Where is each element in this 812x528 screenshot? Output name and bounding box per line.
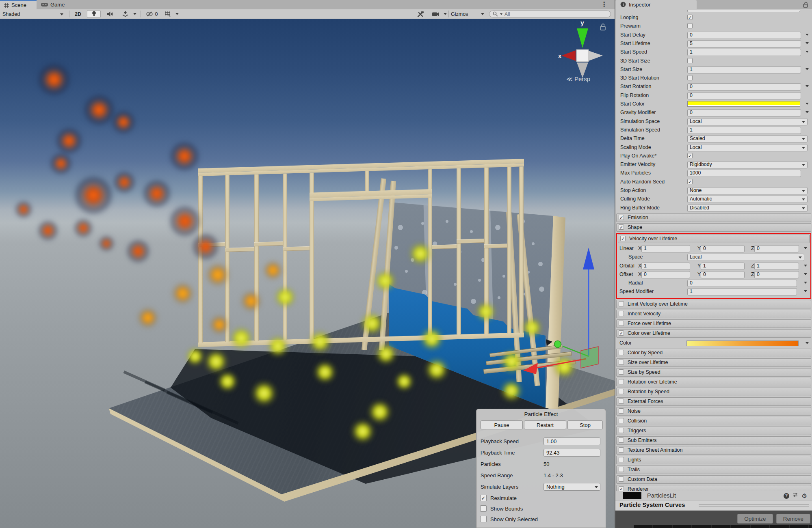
- module-header-noise[interactable]: Noise: [616, 407, 811, 416]
- dropdown-caret-icon[interactable]: [806, 68, 809, 70]
- dropdown-caret-icon[interactable]: [804, 290, 807, 292]
- checkbox[interactable]: [480, 516, 487, 522]
- gizmos-caret[interactable]: [479, 10, 486, 18]
- dropdown-select[interactable]: Local: [687, 118, 808, 125]
- toggle-2d-button[interactable]: 2D: [71, 10, 84, 18]
- scene-viewport[interactable]: y x ≪ Persp Particle Effect PauseRestar: [0, 19, 615, 528]
- checkbox[interactable]: [619, 399, 624, 404]
- checkbox[interactable]: [619, 408, 624, 414]
- checkbox[interactable]: [687, 23, 693, 28]
- module-header-rotation-by-speed[interactable]: Rotation by Speed: [616, 388, 811, 396]
- tools-button[interactable]: [414, 10, 427, 18]
- checkbox[interactable]: ✓: [619, 330, 624, 336]
- dropdown-caret-icon[interactable]: [806, 51, 809, 53]
- module-header-color-by-speed[interactable]: Color by Speed: [616, 349, 811, 357]
- checkbox[interactable]: ✓: [687, 15, 693, 20]
- dropdown-caret-icon[interactable]: [806, 42, 809, 44]
- value-field[interactable]: 0: [754, 271, 799, 278]
- value-field[interactable]: 1: [687, 66, 801, 73]
- view-lock-icon[interactable]: [600, 23, 606, 30]
- module-header-limit-velocity-over-lifetime[interactable]: Limit Velocity over Lifetime: [616, 300, 811, 308]
- lighting-toggle-button[interactable]: [87, 10, 101, 18]
- value-field[interactable]: 0: [701, 245, 745, 252]
- dropdown-caret-icon[interactable]: [806, 34, 809, 36]
- dropdown-caret-icon[interactable]: [806, 111, 809, 113]
- checkbox[interactable]: [619, 428, 624, 433]
- module-header-inherit-velocity[interactable]: Inherit Velocity: [616, 310, 811, 318]
- gizmos-dropdown[interactable]: Gizmos: [451, 10, 480, 18]
- module-header-texture-sheet-animation[interactable]: Texture Sheet Animation: [616, 446, 811, 455]
- module-header-velocity-over-lifetime[interactable]: ✓Velocity over Lifetime: [618, 235, 810, 243]
- color-swatch[interactable]: [687, 101, 800, 107]
- value-field[interactable]: 0: [754, 245, 799, 252]
- checkbox[interactable]: [619, 301, 624, 306]
- effects-toggle-button[interactable]: [119, 10, 131, 18]
- module-header-shape[interactable]: ✓Shape: [616, 223, 811, 232]
- checkbox[interactable]: ✓: [620, 236, 626, 241]
- effects-dropdown[interactable]: [132, 10, 138, 18]
- checkbox[interactable]: [619, 467, 624, 472]
- perspective-label[interactable]: ≪ Persp: [566, 75, 590, 83]
- tab-inspector[interactable]: Inspector: [615, 0, 697, 9]
- checkbox[interactable]: ✓: [619, 486, 624, 491]
- audio-toggle-button[interactable]: [103, 10, 117, 18]
- value-field[interactable]: 0: [687, 280, 797, 287]
- module-header-color-over-lifetime[interactable]: ✓Color over Lifetime: [616, 329, 811, 338]
- module-header-triggers[interactable]: Triggers: [616, 427, 811, 435]
- value-field[interactable]: 0: [701, 271, 745, 278]
- checkbox[interactable]: [619, 476, 624, 482]
- lock-icon[interactable]: [803, 2, 809, 8]
- checkbox[interactable]: ✓: [480, 495, 487, 501]
- camera-button[interactable]: [430, 10, 442, 18]
- search-input[interactable]: All: [489, 11, 611, 17]
- value-field[interactable]: 0: [687, 83, 801, 91]
- hidden-objects-button[interactable]: 0: [143, 10, 161, 18]
- checkbox[interactable]: [619, 311, 624, 316]
- value-field[interactable]: 0: [687, 92, 801, 99]
- dropdown-caret-icon[interactable]: [806, 85, 809, 87]
- dropdown-caret-icon[interactable]: [804, 273, 807, 275]
- checkbox[interactable]: ✓: [619, 215, 624, 220]
- value-field[interactable]: 1: [641, 263, 690, 270]
- grid-visibility-button[interactable]: [162, 10, 173, 18]
- value-field[interactable]: 92.43: [543, 449, 600, 457]
- dropdown-caret-icon[interactable]: [806, 103, 809, 105]
- tab-game[interactable]: Game: [37, 0, 74, 9]
- checkbox[interactable]: [687, 58, 693, 63]
- material-row[interactable]: ParticlesLit ? ⚙: [615, 491, 812, 500]
- pause-button[interactable]: Pause: [481, 420, 523, 429]
- module-header-external-forces[interactable]: External Forces: [616, 397, 811, 406]
- dropdown-caret-icon[interactable]: [806, 342, 809, 344]
- dropdown-select[interactable]: Scaled: [687, 135, 808, 142]
- dropdown-select[interactable]: Disabled: [687, 205, 808, 212]
- scene-menu-icon[interactable]: ⋮: [601, 0, 607, 8]
- value-field[interactable]: 1: [687, 127, 801, 134]
- dropdown-select[interactable]: Nothing: [543, 483, 600, 491]
- checkbox[interactable]: ✓: [687, 153, 693, 158]
- dropdown-caret-icon[interactable]: [804, 265, 807, 267]
- module-header-collision[interactable]: Collision: [616, 417, 811, 425]
- presets-icon[interactable]: [793, 492, 798, 498]
- checkbox[interactable]: [687, 75, 693, 80]
- dropdown-select[interactable]: Local: [687, 144, 808, 151]
- dropdown-caret-icon[interactable]: [804, 282, 807, 284]
- checkbox[interactable]: [619, 350, 624, 355]
- gear-icon[interactable]: ⚙: [802, 492, 807, 500]
- stop-button[interactable]: Stop: [567, 420, 603, 429]
- help-icon[interactable]: ?: [784, 492, 789, 499]
- checkbox[interactable]: [619, 437, 624, 443]
- checkbox[interactable]: [480, 505, 487, 512]
- checkbox[interactable]: ✓: [619, 224, 624, 230]
- gradient-swatch[interactable]: [686, 341, 799, 346]
- dropdown-select[interactable]: Automatic: [687, 196, 808, 203]
- module-header-size-over-lifetime[interactable]: Size over Lifetime: [616, 358, 811, 367]
- restart-button[interactable]: Restart: [524, 420, 566, 429]
- value-field[interactable]: 1: [701, 263, 745, 270]
- value-field[interactable]: 0: [687, 109, 801, 116]
- value-field[interactable]: 1: [641, 245, 690, 252]
- checkbox[interactable]: [619, 389, 624, 394]
- module-header-trails[interactable]: Trails: [616, 466, 811, 474]
- module-header-sub-emitters[interactable]: Sub Emitters: [616, 436, 811, 445]
- module-header-size-by-speed[interactable]: Size by Speed: [616, 368, 811, 377]
- value-field[interactable]: 1: [687, 288, 797, 295]
